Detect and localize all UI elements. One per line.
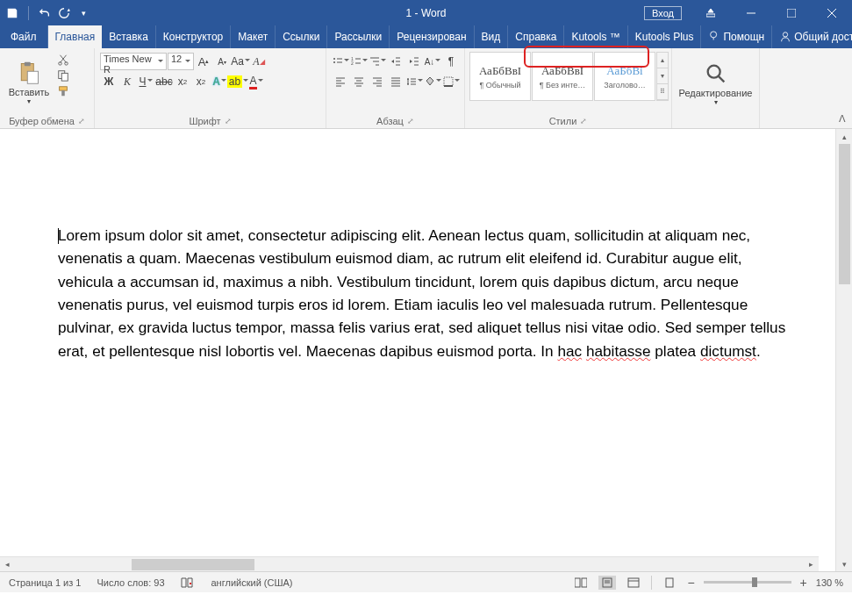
- tab-help[interactable]: Справка: [508, 25, 564, 48]
- gallery-up-icon[interactable]: ▴: [657, 53, 668, 68]
- format-painter-icon[interactable]: [56, 84, 70, 98]
- save-icon[interactable]: [5, 6, 19, 20]
- align-right-icon[interactable]: [369, 73, 386, 90]
- vscroll-up-icon[interactable]: ▴: [836, 129, 852, 144]
- hscroll-thumb[interactable]: [132, 559, 254, 570]
- bold-button[interactable]: Ж: [100, 73, 118, 90]
- vscroll-thumb[interactable]: [839, 144, 850, 284]
- font-size-combo[interactable]: 12: [168, 53, 194, 70]
- tab-kutools-plus[interactable]: Kutools Plus: [628, 25, 702, 48]
- undo-icon[interactable]: [38, 6, 52, 20]
- status-language[interactable]: английский (США): [211, 577, 293, 588]
- qat-separator: [28, 6, 29, 20]
- hscroll-right-icon[interactable]: ▸: [804, 557, 819, 572]
- align-left-icon[interactable]: [332, 73, 349, 90]
- tab-review[interactable]: Рецензирован: [390, 25, 474, 48]
- spell-err[interactable]: habitasse: [586, 342, 651, 360]
- style-heading1[interactable]: АаБбВіЗаголово…: [594, 52, 655, 101]
- gallery-more-icon[interactable]: ⠿: [657, 84, 668, 100]
- font-label: Шрифт: [189, 116, 220, 126]
- tab-references[interactable]: Ссылки: [276, 25, 327, 48]
- sort-icon[interactable]: A↓: [424, 53, 441, 70]
- view-read-icon[interactable]: [572, 576, 590, 590]
- status-words[interactable]: Число слов: 93: [97, 577, 164, 588]
- show-marks-icon[interactable]: ¶: [442, 53, 460, 70]
- gallery-down-icon[interactable]: ▾: [657, 68, 668, 84]
- subscript-button[interactable]: x2: [174, 73, 191, 90]
- paste-button[interactable]: Вставить ▾: [4, 51, 54, 114]
- horizontal-scrollbar[interactable]: ◂ ▸: [0, 556, 819, 571]
- increase-indent-icon[interactable]: [405, 53, 423, 70]
- tab-layout[interactable]: Макет: [231, 25, 276, 48]
- tab-file[interactable]: Файл: [0, 25, 48, 48]
- tab-kutools[interactable]: Kutools ™: [564, 25, 627, 48]
- svg-rect-57: [575, 578, 580, 587]
- find-button[interactable]: Редактирование ▾: [677, 51, 755, 116]
- page-wrapper[interactable]: Lorem ipsum dolor sit amet, consectetur …: [0, 129, 835, 571]
- close-icon[interactable]: [812, 0, 852, 25]
- italic-button[interactable]: К: [118, 73, 136, 90]
- redo-icon[interactable]: [57, 6, 71, 20]
- zoom-level[interactable]: 130 %: [816, 577, 843, 588]
- tab-share[interactable]: Общий доступ: [772, 25, 852, 48]
- tab-home[interactable]: Главная: [48, 25, 103, 48]
- font-color-button[interactable]: A: [247, 73, 265, 90]
- group-font: Times New R 12 A▴ A▾ Aa A◢ Ж К Ч abc x2 …: [95, 48, 326, 128]
- view-print-icon[interactable]: [598, 576, 616, 590]
- font-launcher-icon[interactable]: ⤢: [225, 117, 232, 125]
- paragraph-launcher-icon[interactable]: ⤢: [407, 117, 414, 125]
- zoom-slider[interactable]: [704, 581, 791, 584]
- tab-view[interactable]: Вид: [475, 25, 509, 48]
- tab-insert[interactable]: Вставка: [102, 25, 156, 48]
- decrease-font-icon[interactable]: A▾: [213, 53, 231, 70]
- status-proofing-icon[interactable]: [181, 577, 196, 588]
- collapse-ribbon-icon[interactable]: ᐱ: [839, 113, 846, 125]
- strike-button[interactable]: abc: [155, 73, 173, 90]
- bullets-icon[interactable]: [332, 53, 349, 70]
- status-page[interactable]: Страница 1 из 1: [9, 577, 81, 588]
- styles-launcher-icon[interactable]: ⤢: [580, 117, 587, 125]
- vscroll-down-icon[interactable]: ▾: [836, 556, 852, 571]
- shading-icon[interactable]: [424, 73, 441, 90]
- svg-rect-2: [787, 9, 796, 18]
- underline-button[interactable]: Ч: [137, 73, 154, 90]
- spell-err[interactable]: hac: [557, 342, 582, 360]
- qat-customize-icon[interactable]: ▾: [76, 6, 90, 20]
- clipboard-launcher-icon[interactable]: ⤢: [78, 117, 85, 125]
- svg-rect-13: [61, 73, 68, 81]
- text-effects-icon[interactable]: A: [211, 73, 228, 90]
- hscroll-left-icon[interactable]: ◂: [0, 557, 15, 572]
- view-web-icon[interactable]: [625, 576, 642, 590]
- svg-rect-53: [444, 77, 453, 86]
- spell-err[interactable]: dictumst: [700, 342, 756, 360]
- highlight-button[interactable]: ab: [229, 73, 247, 90]
- style-normal[interactable]: АаБбВвІ¶ Обычный: [469, 52, 531, 101]
- superscript-button[interactable]: x2: [192, 73, 210, 90]
- borders-icon[interactable]: [442, 73, 460, 90]
- tab-design[interactable]: Конструктор: [156, 25, 231, 48]
- document-page[interactable]: Lorem ipsum dolor sit amet, consectetur …: [0, 129, 835, 362]
- increase-font-icon[interactable]: A▴: [195, 53, 212, 70]
- font-name-combo[interactable]: Times New R: [100, 53, 167, 70]
- zoom-in-button[interactable]: +: [800, 576, 807, 590]
- multilevel-icon[interactable]: [369, 53, 386, 70]
- minimize-icon[interactable]: [731, 0, 771, 25]
- style-no-spacing[interactable]: АаБбВвІ¶ Без инте…: [532, 52, 593, 101]
- cut-icon[interactable]: [56, 53, 70, 67]
- justify-icon[interactable]: [387, 73, 405, 90]
- zoom-to-page-icon[interactable]: [661, 576, 678, 590]
- numbering-icon[interactable]: 12: [350, 53, 368, 70]
- decrease-indent-icon[interactable]: [387, 53, 405, 70]
- line-spacing-icon[interactable]: [405, 73, 423, 90]
- ribbon-options-icon[interactable]: [691, 0, 731, 25]
- tab-tell-me[interactable]: Помощн: [701, 25, 772, 48]
- align-center-icon[interactable]: [350, 73, 368, 90]
- clear-format-icon[interactable]: A◢: [250, 53, 268, 70]
- zoom-out-button[interactable]: −: [687, 576, 694, 590]
- vertical-scrollbar[interactable]: ▴ ▾: [835, 129, 852, 571]
- login-button[interactable]: Вход: [644, 6, 682, 20]
- maximize-icon[interactable]: [771, 0, 812, 25]
- tab-mailings[interactable]: Рассылки: [327, 25, 390, 48]
- change-case-button[interactable]: Aa: [232, 53, 249, 70]
- copy-icon[interactable]: [56, 68, 70, 82]
